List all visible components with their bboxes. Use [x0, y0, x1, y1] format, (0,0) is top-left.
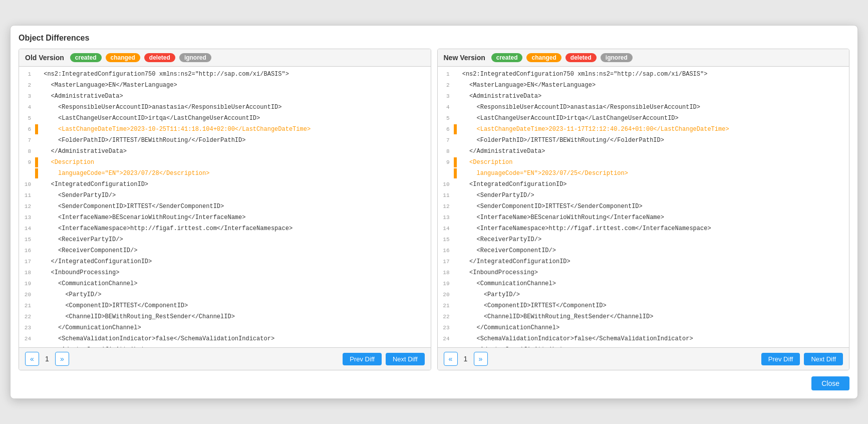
line-text: <CommunicationChannel> — [457, 279, 556, 289]
code-line: 16 <ReceiverComponentID/> — [438, 245, 849, 256]
line-text: <ReceiverComponentID/> — [38, 246, 137, 256]
code-line: 13 <InterfaceName>BEScenarioWithRouting<… — [19, 212, 431, 223]
line-number: 18 — [19, 268, 35, 278]
new-next-page-button[interactable]: » — [474, 352, 488, 366]
line-text: </AdministrativeData> — [38, 146, 127, 156]
code-line: languageCode="EN">2023/07/28</Descriptio… — [19, 168, 431, 179]
code-line: 24 <SchemaValidationIndicator>false</Sch… — [438, 333, 849, 344]
line-number: 3 — [19, 91, 35, 101]
new-prev-page-button[interactable]: « — [444, 352, 458, 366]
new-next-diff-button[interactable]: Next Diff — [804, 353, 843, 365]
new-code-area[interactable]: 1 <ns2:IntegratedConfiguration750 xmlns:… — [438, 67, 849, 347]
code-line: 14 <InterfaceNamespace>http://figaf.irtt… — [19, 223, 431, 234]
code-line: 17 </IntegratedConfigurationID> — [19, 256, 431, 267]
new-prev-diff-button[interactable]: Prev Diff — [761, 353, 800, 365]
code-line: 6 <LastChangeDateTime>2023-10-25T11:41:1… — [19, 124, 431, 135]
old-next-diff-button[interactable]: Next Diff — [386, 353, 425, 365]
code-line: 21 <ComponentID>IRTTEST</ComponentID> — [438, 300, 849, 311]
old-next-page-button[interactable]: » — [55, 352, 69, 366]
line-text: <IntegratedConfigurationID> — [457, 179, 567, 189]
line-text: <SchemaValidationIndicator>false</Schema… — [457, 334, 693, 344]
line-number: 14 — [438, 224, 454, 234]
new-version-panel: New Version created changed deleted igno… — [437, 49, 850, 370]
line-text: <InterfaceNamespace>http://figaf.irttest… — [457, 224, 711, 234]
line-number: 7 — [438, 135, 454, 145]
code-line: 12 <SenderComponentID>IRTTEST</SenderCom… — [19, 201, 431, 212]
code-line: 10 <IntegratedConfigurationID> — [438, 179, 849, 190]
line-number: 17 — [19, 257, 35, 267]
line-number: 7 — [19, 135, 35, 145]
line-text: <ChannelID>BEWithRouting_RestSender</Cha… — [38, 312, 235, 322]
line-number: 20 — [19, 290, 35, 300]
new-version-footer: « 1 » Prev Diff Next Diff — [438, 347, 849, 370]
line-text: <MasterLanguage>EN</MasterLanguage> — [38, 80, 177, 90]
line-text: <ResponsibleUserAccountID>anastasia</Res… — [457, 102, 700, 112]
new-created-badge: created — [491, 53, 523, 62]
line-number: 22 — [19, 312, 35, 322]
code-line: 2 <MasterLanguage>EN</MasterLanguage> — [19, 80, 431, 91]
line-number: 12 — [438, 201, 454, 211]
line-text: <Description — [38, 157, 94, 167]
line-number: 24 — [19, 334, 35, 344]
code-line: 11 <SenderPartyID/> — [19, 190, 431, 201]
line-number: 12 — [19, 201, 35, 211]
line-text: <ResponsibleUserAccountID>anastasia</Res… — [38, 102, 281, 112]
dialog-footer: Close — [19, 376, 849, 390]
line-text: <ComponentID>IRTTEST</ComponentID> — [38, 301, 188, 311]
old-code-area[interactable]: 1 <ns2:IntegratedConfiguration750 xmlns:… — [19, 67, 431, 347]
line-number: 13 — [19, 213, 35, 223]
old-ignored-badge: ignored — [179, 53, 211, 62]
line-text: <InboundProcessing> — [457, 268, 538, 278]
line-text: <PartyID/> — [457, 290, 520, 300]
code-line: 6 <LastChangeDateTime>2023-11-17T12:12:4… — [438, 124, 849, 135]
line-text: <ns2:IntegratedConfiguration750 xmlns:ns… — [38, 69, 289, 79]
new-version-header: New Version created changed deleted igno… — [438, 49, 849, 67]
line-number: 16 — [438, 246, 454, 256]
line-number: 16 — [19, 246, 35, 256]
line-number: 13 — [438, 213, 454, 223]
line-text: <PartyID/> — [38, 290, 101, 300]
code-line: 15 <ReceiverPartyID/> — [19, 234, 431, 245]
old-deleted-badge: deleted — [144, 53, 175, 62]
line-text: languageCode="EN">2023/07/28</Descriptio… — [38, 168, 209, 178]
code-line: 1 <ns2:IntegratedConfiguration750 xmlns:… — [438, 69, 849, 80]
code-line: 8 </AdministrativeData> — [438, 146, 849, 157]
line-text: languageCode="EN">2023/07/25</Descriptio… — [457, 168, 628, 178]
new-diff-buttons: Prev Diff Next Diff — [761, 353, 843, 365]
line-text: </IntegratedConfigurationID> — [457, 257, 570, 267]
new-changed-badge: changed — [526, 53, 561, 62]
line-text: <MasterLanguage>EN</MasterLanguage> — [457, 80, 596, 90]
old-changed-badge: changed — [106, 53, 140, 62]
line-number: 19 — [19, 279, 35, 289]
code-line: 20 <PartyID/> — [19, 289, 431, 300]
code-line: 7 <FolderPathID>/IRTTEST/BEWithRouting/<… — [438, 135, 849, 146]
dialog-title: Object Differences — [19, 34, 849, 43]
line-text: <Description — [457, 157, 513, 167]
close-button[interactable]: Close — [811, 376, 849, 390]
line-number: 6 — [438, 124, 454, 134]
line-number: 2 — [438, 80, 454, 90]
old-page-num: 1 — [42, 355, 52, 363]
old-prev-page-button[interactable]: « — [25, 352, 39, 366]
code-line: 10 <IntegratedConfigurationID> — [19, 179, 431, 190]
code-line: 21 <ComponentID>IRTTEST</ComponentID> — [19, 300, 431, 311]
line-text: <AdministrativeData> — [38, 91, 123, 101]
line-text: <ChannelID>BEWithRouting_RestSender</Cha… — [457, 312, 654, 322]
code-line: 14 <InterfaceNamespace>http://figaf.irtt… — [438, 223, 849, 234]
line-number: 23 — [19, 323, 35, 333]
line-number: 9 — [438, 157, 454, 167]
line-number: 17 — [438, 257, 454, 267]
code-line: 9 <Description — [438, 157, 849, 168]
old-prev-diff-button[interactable]: Prev Diff — [343, 353, 382, 365]
code-line: 12 <SenderComponentID>IRTTEST</SenderCom… — [438, 201, 849, 212]
line-number: 6 — [19, 124, 35, 134]
panels-row: Old Version created changed deleted igno… — [19, 49, 849, 370]
new-deleted-badge: deleted — [565, 53, 597, 62]
line-number: 11 — [438, 190, 454, 200]
code-line: 19 <CommunicationChannel> — [438, 278, 849, 289]
new-version-title: New Version — [444, 54, 485, 62]
old-nav-group: « 1 » — [25, 352, 69, 366]
line-number: 9 — [19, 157, 35, 167]
code-line: 9 <Description — [19, 157, 431, 168]
line-number: 10 — [19, 179, 35, 189]
